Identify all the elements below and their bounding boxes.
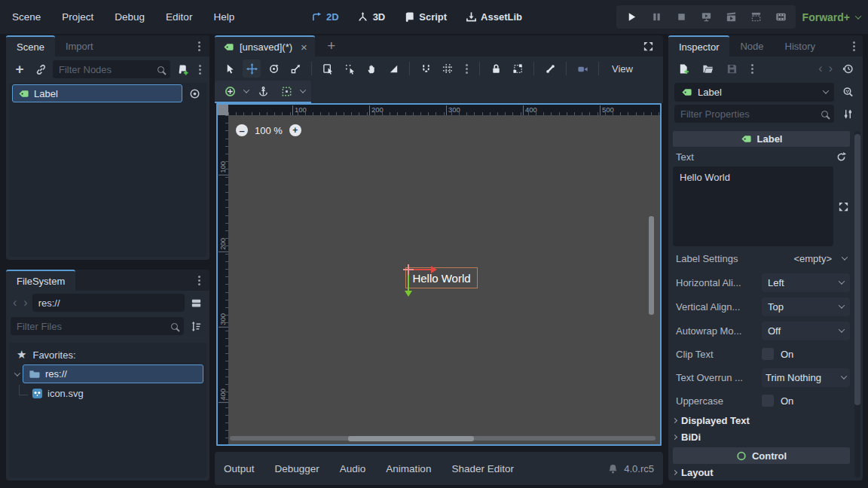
- move-tool-button[interactable]: [243, 59, 261, 78]
- bottom-tab-animation[interactable]: Animation: [386, 463, 431, 474]
- camera-override-button[interactable]: [573, 59, 591, 78]
- label-settings-dropdown[interactable]: <empty>: [793, 253, 847, 264]
- tab-node[interactable]: Node: [729, 35, 774, 56]
- view-menu-button[interactable]: View: [606, 63, 639, 75]
- menu-scene[interactable]: Scene: [12, 11, 41, 23]
- favorites-row[interactable]: ★ Favorites:: [9, 346, 206, 364]
- save-resource-button[interactable]: [723, 59, 741, 78]
- canvas-label-node[interactable]: Hello World: [405, 267, 478, 288]
- tree-row-iconsvg[interactable]: icon.svg: [9, 384, 206, 403]
- remote-debug-button[interactable]: [700, 8, 712, 26]
- workspace-assetlib-button[interactable]: AssetLib: [465, 11, 522, 23]
- object-selector-dropdown[interactable]: Label: [674, 83, 834, 102]
- menu-help[interactable]: Help: [213, 11, 234, 23]
- nav-forward-icon[interactable]: ›: [21, 296, 29, 310]
- new-resource-button[interactable]: [674, 59, 692, 78]
- pan-tool-button[interactable]: [362, 59, 381, 78]
- load-resource-button[interactable]: [698, 59, 717, 78]
- x-axis-gizmo[interactable]: [411, 269, 432, 270]
- renderer-selector[interactable]: Forward+: [802, 0, 860, 34]
- zoom-level[interactable]: 100 %: [255, 125, 283, 136]
- new-scene-tab-button[interactable]: +: [322, 37, 341, 55]
- list-select-button[interactable]: [319, 59, 337, 78]
- autowrap-dropdown[interactable]: Off: [762, 322, 850, 340]
- tab-scene[interactable]: Scene: [6, 35, 55, 56]
- group-node-button[interactable]: [509, 59, 527, 78]
- tab-filesystem[interactable]: FileSystem: [6, 270, 75, 291]
- revert-icon[interactable]: [835, 151, 847, 163]
- bottom-tab-shader-editor[interactable]: Shader Editor: [451, 463, 514, 474]
- search-docs-icon[interactable]: [839, 83, 857, 101]
- menu-editor[interactable]: Editor: [166, 11, 192, 23]
- add-node-button[interactable]: +: [11, 60, 29, 78]
- expander-icon[interactable]: [14, 370, 20, 376]
- property-tools-icon[interactable]: [839, 105, 857, 123]
- viewport-2d[interactable]: 100 200 300 400 500 100 200 300 400 – 10…: [216, 103, 662, 446]
- stop-button[interactable]: [675, 8, 687, 26]
- filter-properties-input[interactable]: Filter Properties: [674, 105, 834, 123]
- tab-inspector[interactable]: Inspector: [668, 35, 729, 56]
- anchor-mode-button[interactable]: [254, 82, 272, 100]
- history-back-icon[interactable]: ‹: [818, 62, 822, 75]
- filter-files-input[interactable]: Filter Files: [11, 317, 184, 335]
- filter-nodes-input[interactable]: Filter Nodes: [53, 60, 170, 78]
- container-sizing-button[interactable]: [277, 82, 295, 100]
- menu-debug[interactable]: Debug: [115, 11, 145, 23]
- valign-dropdown[interactable]: Top: [762, 297, 850, 316]
- inspector-menu-icon[interactable]: [853, 45, 855, 47]
- group-displayed-text[interactable]: Displayed Text: [673, 412, 850, 429]
- close-tab-icon[interactable]: ×: [301, 41, 307, 53]
- play-button[interactable]: [625, 8, 637, 26]
- notification-bell-icon[interactable]: [607, 459, 619, 477]
- bottom-tab-output[interactable]: Output: [224, 463, 255, 474]
- inspector-scrollbar-track[interactable]: [854, 131, 860, 477]
- filesystem-menu-icon[interactable]: [198, 279, 200, 282]
- scene-panel-menu-icon[interactable]: [198, 45, 200, 47]
- workspace-2d-button[interactable]: 2D: [310, 11, 339, 23]
- clip-text-checkbox[interactable]: [762, 348, 774, 360]
- bottom-tab-debugger[interactable]: Debugger: [275, 463, 319, 474]
- scale-tool-button[interactable]: [286, 59, 304, 78]
- tab-import[interactable]: Import: [55, 35, 104, 56]
- group-bidi[interactable]: BiDi: [673, 429, 850, 445]
- ruler-tool-button[interactable]: [384, 59, 402, 78]
- rotate-tool-button[interactable]: [264, 59, 283, 78]
- vertical-scrollbar[interactable]: [649, 216, 654, 315]
- expand-viewport-icon[interactable]: [639, 37, 657, 55]
- path-input[interactable]: [32, 294, 185, 312]
- tree-row-res[interactable]: res://: [9, 364, 206, 384]
- uppercase-checkbox[interactable]: [762, 395, 774, 407]
- menu-project[interactable]: Project: [62, 11, 93, 23]
- group-layout[interactable]: Layout: [673, 464, 850, 480]
- visibility-eye-icon[interactable]: [185, 84, 203, 102]
- nav-back-icon[interactable]: ‹: [11, 296, 19, 310]
- workspace-script-button[interactable]: Script: [403, 11, 447, 23]
- history-forward-icon[interactable]: ›: [829, 62, 833, 75]
- sort-files-icon[interactable]: [187, 317, 205, 335]
- tab-history[interactable]: History: [775, 35, 826, 56]
- overrun-dropdown[interactable]: Trim Nothing: [762, 368, 850, 387]
- smart-snap-button[interactable]: [417, 59, 435, 78]
- zoom-out-button[interactable]: –: [236, 124, 248, 136]
- tree-row-label[interactable]: Label: [9, 83, 206, 104]
- horizontal-scrollbar-thumb[interactable]: [348, 436, 474, 441]
- scene-tree-menu-icon[interactable]: [194, 60, 205, 78]
- object-history-icon[interactable]: [839, 59, 857, 78]
- play-custom-scene-button[interactable]: [750, 8, 762, 26]
- workspace-3d-button[interactable]: 3D: [357, 11, 386, 23]
- anchor-preset-button[interactable]: [221, 82, 239, 100]
- play-scene-button[interactable]: [725, 8, 737, 26]
- movie-maker-button[interactable]: [775, 8, 787, 26]
- halign-dropdown[interactable]: Left: [762, 273, 850, 292]
- grid-snap-button[interactable]: [439, 59, 457, 78]
- select-tool-button[interactable]: [221, 59, 239, 78]
- inspector-scrollbar-thumb[interactable]: [854, 134, 860, 405]
- snap-options-menu-icon[interactable]: [460, 59, 472, 78]
- bottom-tab-audio[interactable]: Audio: [340, 463, 366, 474]
- zoom-in-button[interactable]: +: [289, 124, 301, 136]
- instance-scene-button[interactable]: [32, 60, 50, 78]
- section-header-label[interactable]: Label: [673, 131, 850, 147]
- pivot-tool-button[interactable]: [341, 59, 359, 78]
- scene-tab-unsaved[interactable]: [unsaved](*) ×: [215, 35, 315, 56]
- split-view-icon[interactable]: [187, 294, 205, 312]
